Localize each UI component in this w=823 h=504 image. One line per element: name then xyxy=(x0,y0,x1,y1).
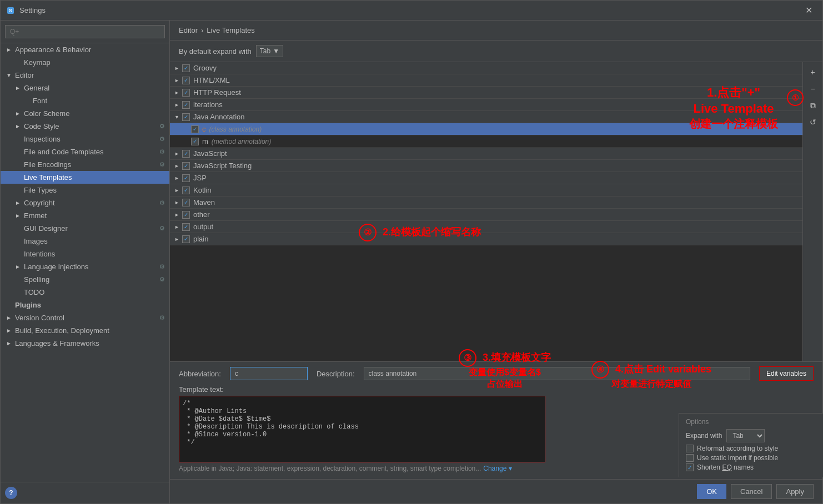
sidebar-item-label: Copyright xyxy=(24,199,157,207)
collapse-arrow-icon: ► xyxy=(174,102,180,108)
sidebar-item-file-encodings[interactable]: File Encodings ⚙ xyxy=(1,158,169,171)
options-panel: Options Expand with Tab Enter Space Refo… xyxy=(679,413,822,477)
sidebar-item-label: Appearance & Behavior xyxy=(15,46,165,54)
group-checkbox-js[interactable] xyxy=(182,150,190,158)
options-expand-label: Expand with xyxy=(686,432,722,440)
sidebar-item-todo[interactable]: TODO xyxy=(1,286,169,299)
group-checkbox-other[interactable] xyxy=(182,211,190,219)
change-link[interactable]: Change xyxy=(483,465,506,472)
group-checkbox-js-testing[interactable] xyxy=(182,162,190,170)
group-javascript[interactable]: ► JavaScript xyxy=(170,148,802,160)
arrow-icon xyxy=(5,340,13,347)
group-checkbox-kotlin[interactable] xyxy=(182,187,190,194)
sidebar-item-emmet[interactable]: Emmet xyxy=(1,209,169,222)
cancel-button[interactable]: Cancel xyxy=(731,484,772,499)
close-button[interactable]: ✕ xyxy=(801,3,817,18)
sidebar-item-plugins[interactable]: Plugins xyxy=(1,299,169,311)
arrow-icon xyxy=(5,301,13,309)
abbreviation-input[interactable] xyxy=(230,367,308,380)
remove-template-button[interactable]: − xyxy=(805,81,821,97)
group-http-request[interactable]: ► HTTP Request xyxy=(170,87,802,99)
shorten-eq-checkbox[interactable] xyxy=(686,463,694,471)
edit-variables-button[interactable]: Edit variables xyxy=(759,366,814,381)
sidebar-item-appearance[interactable]: Appearance & Behavior xyxy=(1,43,169,56)
arrow-icon xyxy=(23,97,31,105)
sidebar-item-label: Font xyxy=(33,97,165,105)
add-template-button[interactable]: + xyxy=(805,64,821,80)
apply-button[interactable]: Apply xyxy=(776,484,814,499)
static-import-checkbox[interactable] xyxy=(686,454,694,462)
template-checkbox[interactable] xyxy=(191,138,199,145)
dropdown-arrow-icon: ▼ xyxy=(273,47,279,55)
sidebar-item-label: Build, Execution, Deployment xyxy=(15,326,165,335)
sidebar-item-copyright[interactable]: Copyright ⚙ xyxy=(1,196,169,209)
expand-select[interactable]: Tab ▼ xyxy=(256,45,283,57)
template-c-annotation[interactable]: c (class annotation) xyxy=(170,123,802,135)
group-html-xml[interactable]: ► HTML/XML xyxy=(170,74,802,87)
gear-icon: ⚙ xyxy=(159,225,165,232)
group-checkbox-groovy[interactable] xyxy=(182,64,190,72)
template-desc: (class annotation) xyxy=(209,125,262,133)
group-kotlin[interactable]: ► Kotlin xyxy=(170,184,802,196)
sidebar-item-label: Inspections xyxy=(24,135,157,143)
sidebar-item-file-code-templates[interactable]: File and Code Templates ⚙ xyxy=(1,145,169,158)
template-textarea[interactable]: /* * @Author Lints * @Date $date$ $time$… xyxy=(179,396,545,462)
sidebar-item-language-injections[interactable]: Language Injections ⚙ xyxy=(1,260,169,273)
copy-template-button[interactable]: ⧉ xyxy=(805,98,821,113)
sidebar-item-live-templates[interactable]: Live Templates xyxy=(1,171,169,184)
sidebar-item-spelling[interactable]: Spelling ⚙ xyxy=(1,273,169,286)
footer: OK Cancel Apply xyxy=(170,479,822,503)
group-java-annotation[interactable]: ▼ Java Annotation xyxy=(170,111,802,123)
help-button[interactable]: ? xyxy=(5,487,17,499)
sidebar-item-color-scheme[interactable]: Color Scheme xyxy=(1,107,169,120)
sidebar-item-code-style[interactable]: Code Style ⚙ xyxy=(1,120,169,133)
reformat-checkbox[interactable] xyxy=(686,445,694,452)
sidebar-item-general[interactable]: General xyxy=(1,82,169,94)
group-label: other xyxy=(193,210,210,219)
group-javascript-testing[interactable]: ► JavaScript Testing xyxy=(170,160,802,172)
group-checkbox-maven[interactable] xyxy=(182,199,190,206)
sidebar-item-keymap[interactable]: Keymap xyxy=(1,56,169,69)
sidebar-item-languages-frameworks[interactable]: Languages & Frameworks xyxy=(1,337,169,350)
sidebar-item-font[interactable]: Font xyxy=(1,94,169,107)
group-plain[interactable]: ► plain xyxy=(170,233,802,245)
group-groovy[interactable]: ► Groovy xyxy=(170,62,802,74)
template-checkbox[interactable] xyxy=(191,125,199,133)
group-maven[interactable]: ► Maven xyxy=(170,196,802,209)
group-checkbox-java-annotation[interactable] xyxy=(182,113,190,121)
options-expand-select[interactable]: Tab Enter Space xyxy=(726,429,765,442)
group-jsp[interactable]: ► JSP xyxy=(170,172,802,184)
arrow-icon xyxy=(14,187,22,194)
sidebar-item-label: Live Templates xyxy=(24,173,165,182)
sidebar-item-intentions[interactable]: Intentions xyxy=(1,248,169,260)
sidebar-item-images[interactable]: Images xyxy=(1,235,169,248)
breadcrumb: Editor › Live Templates xyxy=(170,21,822,41)
group-output[interactable]: ► output xyxy=(170,221,802,233)
gear-icon: ⚙ xyxy=(159,276,165,283)
ok-button[interactable]: OK xyxy=(697,484,726,499)
group-iterations[interactable]: ► iterations xyxy=(170,99,802,111)
group-checkbox-jsp[interactable] xyxy=(182,174,190,182)
group-label: JavaScript xyxy=(193,149,227,158)
group-label: output xyxy=(193,223,213,231)
group-checkbox-plain[interactable] xyxy=(182,235,190,243)
sidebar-item-gui-designer[interactable]: GUI Designer ⚙ xyxy=(1,222,169,235)
sidebar-item-editor[interactable]: Editor xyxy=(1,69,169,82)
search-input[interactable] xyxy=(5,25,165,38)
sidebar-item-inspections[interactable]: Inspections ⚙ xyxy=(1,133,169,145)
reset-template-button[interactable]: ↺ xyxy=(805,114,821,130)
sidebar-item-build-execution[interactable]: Build, Execution, Deployment xyxy=(1,324,169,337)
sidebar-item-file-types[interactable]: File Types xyxy=(1,184,169,196)
description-input[interactable] xyxy=(364,367,750,380)
sidebar-item-version-control[interactable]: Version Control ⚙ xyxy=(1,311,169,324)
options-expand-row: Expand with Tab Enter Space xyxy=(686,429,816,442)
group-label: Kotlin xyxy=(193,186,212,194)
group-checkbox-output[interactable] xyxy=(182,223,190,231)
group-checkbox-iterations[interactable] xyxy=(182,101,190,109)
collapse-arrow-icon: ► xyxy=(174,188,180,193)
group-checkbox-http[interactable] xyxy=(182,89,190,97)
settings-window: S Settings ✕ Appearance & Behavior Keyma… xyxy=(0,0,823,504)
template-m-annotation[interactable]: m (method annotation) xyxy=(170,135,802,148)
group-checkbox-html[interactable] xyxy=(182,77,190,84)
group-other[interactable]: ► other xyxy=(170,209,802,221)
